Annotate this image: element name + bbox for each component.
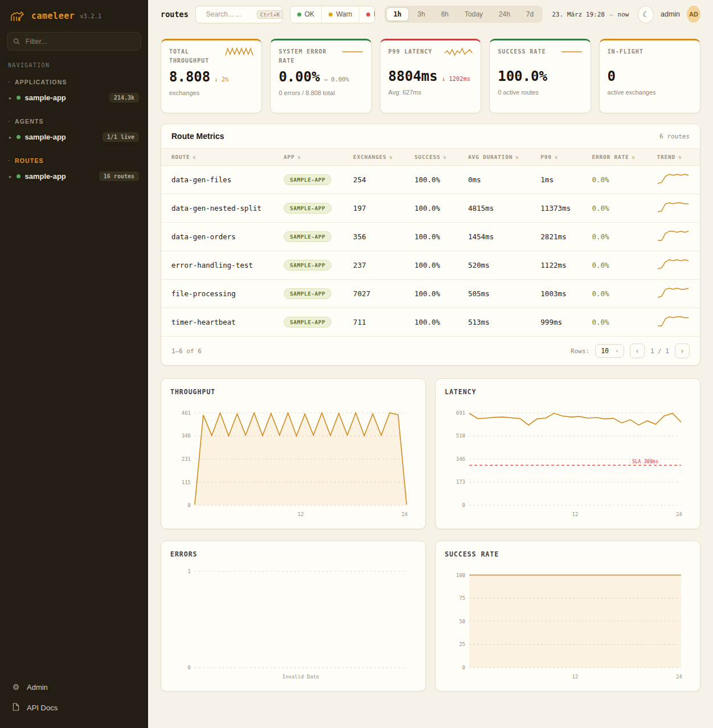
avatar[interactable]: AD [687, 6, 700, 23]
svg-text:518: 518 [456, 433, 465, 439]
cell-avg: 513ms [458, 308, 530, 337]
sidebar-section-routes[interactable]: · ROUTES [0, 155, 148, 167]
sort-icon[interactable]: ⇅ [678, 154, 682, 160]
cell-error-rate: 0.0% [581, 223, 646, 251]
table-row[interactable]: data-gen-orders SAMPLE-APP 356 100.0% 14… [161, 223, 700, 251]
svg-text:SLA 300ms: SLA 300ms [632, 459, 658, 464]
table-row[interactable]: file-processing SAMPLE-APP 7027 100.0% 5… [161, 280, 700, 308]
trend-sparkline [657, 259, 689, 270]
cell-success: 100.0% [404, 166, 458, 194]
app-title: cameleer [31, 11, 75, 21]
kpi-label: IN-FLIGHT [608, 47, 644, 56]
rows-per-page-select[interactable]: 10 ▾ [595, 344, 624, 358]
cell-app: SAMPLE-APP [273, 308, 343, 337]
section-label: AGENTS [15, 118, 44, 125]
col-trend[interactable]: TREND⇅ [647, 149, 700, 166]
col-p99[interactable]: P99⇅ [530, 149, 581, 166]
sidebar-filter[interactable] [7, 32, 141, 51]
sidebar-section-applications[interactable]: · APPLICATIONS [0, 76, 148, 89]
col-avg-duration[interactable]: AVG DURATION⇅ [458, 149, 530, 166]
section-label: ROUTES [15, 157, 44, 164]
sidebar-item-badge: 1/1 live [103, 132, 139, 142]
col-app[interactable]: APP⇅ [273, 149, 343, 166]
kpi-p99-latency: P99 LATENCY 8804ms ↓ 1202ms Avg: 627ms [380, 39, 481, 113]
svg-text:12: 12 [572, 674, 579, 680]
chip-label: Error [374, 10, 375, 18]
status-filter-group: OK Warn Error [290, 6, 375, 23]
sort-icon[interactable]: ⇅ [390, 154, 393, 160]
global-search[interactable]: Ctrl+K [195, 6, 283, 23]
search-input[interactable] [205, 10, 253, 19]
cell-exchanges: 356 [343, 223, 404, 251]
table-row[interactable]: data-gen-files SAMPLE-APP 254 100.0% 0ms… [161, 166, 700, 194]
sort-icon[interactable]: ⇅ [193, 154, 196, 160]
svg-text:173: 173 [456, 479, 465, 485]
cell-error-rate: 0.0% [581, 280, 646, 308]
filter-chip-warn[interactable]: Warn [322, 6, 359, 23]
sort-icon[interactable]: ⇅ [298, 154, 301, 160]
page-indicator: 1 / 1 [650, 347, 669, 355]
sort-icon[interactable]: ⇅ [443, 154, 446, 160]
kpi-sub: active exchanges [608, 89, 692, 96]
cell-exchanges: 237 [343, 251, 404, 280]
filter-chip-ok[interactable]: OK [290, 6, 322, 23]
sort-icon[interactable]: ⇅ [515, 154, 519, 160]
cell-success: 100.0% [404, 308, 458, 337]
range-6h[interactable]: 6h [433, 7, 456, 21]
sidebar-section-agents[interactable]: · AGENTS [0, 116, 148, 128]
cell-trend [647, 251, 700, 280]
chart-title: SUCCESS RATE [445, 550, 691, 558]
kpi-total-throughput: TOTAL THROUGHPUT 8.808 ↓ 2% exchanges [161, 39, 262, 113]
kpi-sub: 0 active routes [498, 89, 582, 96]
range-24h[interactable]: 24h [491, 7, 518, 21]
logo: cameleer v3.2.1 [0, 8, 148, 32]
cell-exchanges: 7027 [343, 280, 404, 308]
cell-success: 100.0% [404, 223, 458, 251]
table-row[interactable]: timer-heartbeat SAMPLE-APP 711 100.0% 51… [161, 308, 700, 337]
sidebar-item-sample-app-routes[interactable]: ▸ sample-app 16 routes [5, 167, 144, 185]
sort-icon[interactable]: ⇅ [555, 154, 558, 160]
svg-text:75: 75 [459, 595, 465, 601]
kpi-label: SUCCESS RATE [498, 47, 546, 56]
cell-p99: 2821ms [530, 223, 581, 251]
cell-app: SAMPLE-APP [273, 223, 343, 251]
range-1h[interactable]: 1h [386, 7, 409, 21]
sidebar-item-admin[interactable]: ⚙ Admin [8, 677, 140, 697]
next-page-button[interactable]: › [675, 343, 690, 358]
range-7d[interactable]: 7d [519, 7, 541, 21]
col-exchanges[interactable]: EXCHANGES⇅ [343, 149, 404, 166]
col-error-rate[interactable]: ERROR RATE⇅ [581, 149, 646, 166]
throughput-chart-card: THROUGHPUT 46134623111501224 [161, 378, 426, 529]
svg-text:461: 461 [182, 410, 191, 416]
table-row[interactable]: error-handling-test SAMPLE-APP 237 100.0… [161, 251, 700, 280]
sidebar-item-api-docs[interactable]: API Docs [8, 698, 140, 718]
filter-input[interactable] [24, 37, 135, 46]
col-success[interactable]: SUCCESS⇅ [404, 149, 458, 166]
svg-text:100: 100 [456, 572, 465, 578]
svg-text:24: 24 [676, 512, 682, 517]
dark-mode-toggle[interactable]: ☾ [638, 6, 654, 23]
cell-avg: 520ms [458, 251, 530, 280]
route-metrics-table: ROUTE⇅ APP⇅ EXCHANGES⇅ SUCCESS⇅ AVG DURA… [161, 148, 700, 337]
table-row[interactable]: data-gen-nested-split SAMPLE-APP 197 100… [161, 194, 700, 223]
range-3h[interactable]: 3h [410, 7, 432, 21]
cell-avg: 4815ms [458, 194, 530, 223]
cell-route: data-gen-files [161, 166, 273, 194]
sidebar-item-sample-app-agents[interactable]: ▸ sample-app 1/1 live [5, 128, 144, 146]
rows-label: Rows: [571, 347, 589, 355]
cell-app: SAMPLE-APP [273, 166, 343, 194]
col-route[interactable]: ROUTE⇅ [161, 149, 273, 166]
range-today[interactable]: Today [457, 7, 490, 21]
status-dot [17, 174, 21, 178]
time-display[interactable]: 23. März 19:28 — now [552, 11, 629, 18]
trend-sparkline [657, 202, 689, 213]
cell-trend [647, 166, 700, 194]
sidebar-item-label: sample-app [25, 172, 66, 181]
cell-trend [647, 308, 700, 337]
sort-icon[interactable]: ⇅ [632, 154, 636, 160]
svg-text:0: 0 [188, 665, 191, 670]
prev-page-button[interactable]: ‹ [630, 343, 645, 358]
cell-app: SAMPLE-APP [273, 194, 343, 223]
sidebar-item-sample-app-applications[interactable]: ▸ sample-app 214.3k [5, 89, 144, 107]
filter-chip-error[interactable]: Error [359, 6, 375, 23]
